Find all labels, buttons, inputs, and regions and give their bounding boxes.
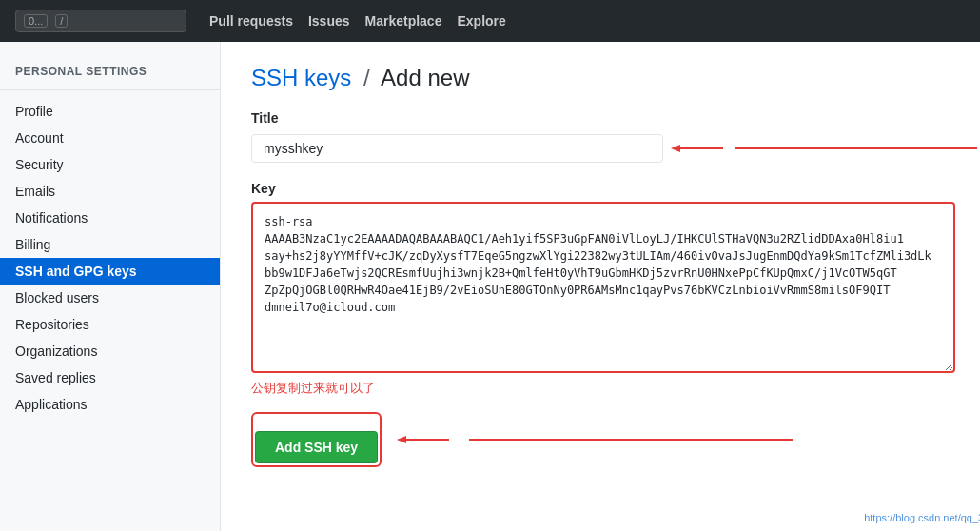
breadcrumb-link[interactable]: SSH keys [251, 65, 351, 90]
sidebar-heading: Personal settings [0, 57, 220, 82]
svg-marker-1 [671, 145, 680, 152]
sidebar-item-notifications[interactable]: Notifications [0, 205, 220, 231]
add-ssh-key-button[interactable]: Add SSH key [255, 431, 378, 463]
sidebar-item-security[interactable]: Security [0, 151, 220, 178]
topnav-pull-requests[interactable]: Pull requests [209, 13, 293, 29]
breadcrumb-separator: / [363, 65, 370, 90]
topnav-issues[interactable]: Issues [308, 13, 350, 29]
title-arrow-icon [671, 141, 727, 156]
breadcrumb-current: Add new [381, 65, 469, 90]
add-btn-wrapper: Add SSH key [251, 412, 980, 467]
page-layout: Personal settings Profile Account Securi… [0, 42, 980, 531]
sidebar-item-organizations[interactable]: Organizations [0, 338, 220, 364]
watermark: https://blog.csdn.net/qq_38727847 [864, 512, 980, 523]
key-label: Key [251, 181, 980, 196]
topnav-explore[interactable]: Explore [457, 13, 505, 29]
sidebar-item-applications[interactable]: Applications [0, 391, 220, 418]
topnav-marketplace[interactable]: Marketplace [365, 13, 442, 29]
title-input[interactable] [251, 134, 663, 163]
slash-key-badge: / [55, 14, 68, 28]
sidebar-item-repositories[interactable]: Repositories [0, 311, 220, 338]
sidebar-divider [0, 89, 220, 90]
key-textarea[interactable]: ssh-rsa AAAAB3NzaC1yc2EAAAADAQABAAABAQC1… [251, 202, 955, 373]
key-annotation: 公钥复制过来就可以了 [251, 380, 980, 397]
topnav-links: Pull requests Issues Marketplace Explore [209, 13, 506, 29]
sidebar-item-billing[interactable]: Billing [0, 231, 220, 258]
sidebar-item-emails[interactable]: Emails [0, 178, 220, 205]
svg-marker-4 [397, 436, 406, 443]
title-row: 任意 [251, 131, 980, 166]
page-header: SSH keys / Add new [251, 65, 980, 91]
sidebar-item-account[interactable]: Account [0, 125, 220, 151]
sidebar-item-profile[interactable]: Profile [0, 98, 220, 125]
title-form-group: Title 任意 [251, 110, 980, 166]
search-text: 0... [24, 14, 48, 28]
top-navigation: 0... / Pull requests Issues Marketplace … [0, 0, 980, 42]
search-bar[interactable]: 0... / [15, 10, 186, 32]
title-arrow-line-icon [735, 148, 978, 149]
btn-arrow-icon [397, 432, 454, 447]
sidebar: Personal settings Profile Account Securi… [0, 42, 221, 531]
add-btn-border: Add SSH key [251, 412, 382, 467]
title-label: Title [251, 110, 980, 126]
sidebar-item-ssh-gpg-keys[interactable]: SSH and GPG keys [0, 258, 220, 285]
main-content: SSH keys / Add new Title 任意 [221, 42, 980, 531]
btn-arrow-line-icon [469, 439, 793, 441]
key-form-group: Key ssh-rsa AAAAB3NzaC1yc2EAAAADAQABAAAB… [251, 181, 980, 397]
sidebar-item-blocked-users[interactable]: Blocked users [0, 285, 220, 311]
sidebar-item-saved-replies[interactable]: Saved replies [0, 364, 220, 391]
